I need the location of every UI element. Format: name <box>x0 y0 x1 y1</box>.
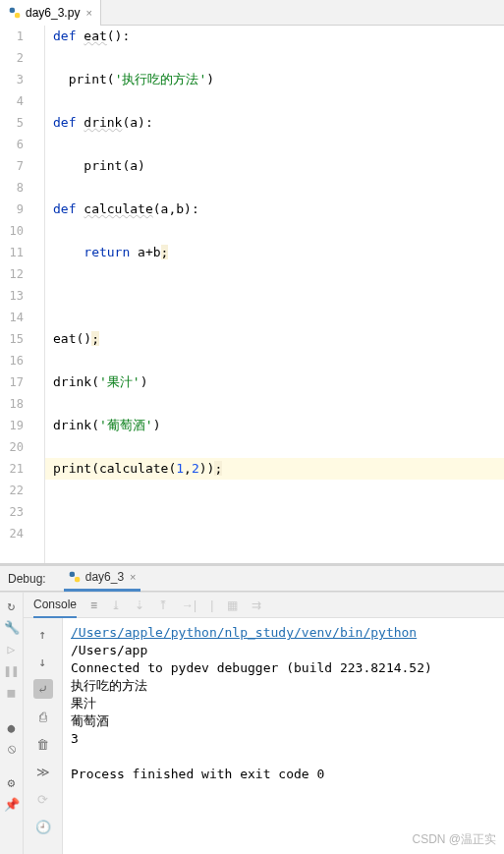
step-into-my-icon[interactable]: ⇣ <box>135 598 144 612</box>
resume-icon[interactable]: ▷ <box>3 640 21 657</box>
pause-icon[interactable]: ❚❚ <box>3 661 21 679</box>
svg-rect-3 <box>75 577 80 582</box>
fold-gutter <box>29 26 45 563</box>
history-icon[interactable]: 🕘 <box>33 817 53 836</box>
filters-icon[interactable]: ≫ <box>33 762 53 781</box>
pin-icon[interactable]: 📌 <box>3 795 21 813</box>
step-out-icon[interactable]: ⤒ <box>158 598 168 612</box>
close-tab-icon[interactable]: × <box>85 7 91 19</box>
line-number-gutter: 123456789101112131415161718192021222324 <box>0 26 29 563</box>
modify-run-config-icon[interactable]: 🔧 <box>3 618 21 636</box>
svg-rect-0 <box>10 7 15 12</box>
scroll-end-icon[interactable]: ⎙ <box>33 707 53 726</box>
svg-rect-1 <box>15 13 20 18</box>
debug-config-tab[interactable]: day6_3 × <box>64 566 140 592</box>
console-area: Console ≡ ⤓ ⇣ ⤒ →| | ▦ ⇉ ↑ ↓ ⤶ ⎙ 🗑 ≫ ⟳ 🕘… <box>24 593 504 854</box>
view-breakpoints-icon[interactable]: ● <box>3 718 21 736</box>
up-arrow-icon[interactable]: ↑ <box>33 624 53 644</box>
settings-icon[interactable]: ⚙ <box>3 773 21 791</box>
console-tab[interactable]: Console <box>33 593 77 618</box>
run-to-cursor-icon[interactable]: →| <box>182 598 196 612</box>
down-arrow-icon[interactable]: ↓ <box>33 652 53 671</box>
file-tab[interactable]: day6_3.py × <box>0 0 101 26</box>
debug-label: Debug: <box>8 572 46 586</box>
debug-config-name: day6_3 <box>85 570 124 584</box>
mute-breakpoints-icon[interactable]: ⦸ <box>3 740 21 758</box>
rerun-icon[interactable]: ↻ <box>3 597 21 614</box>
console-output[interactable]: /Users/apple/python/nlp_study/venv/bin/p… <box>63 618 504 854</box>
file-tab-label: day6_3.py <box>26 6 80 20</box>
code-editor[interactable]: 123456789101112131415161718192021222324 … <box>0 26 504 563</box>
svg-rect-2 <box>69 572 74 577</box>
python-icon <box>68 570 82 584</box>
debug-toolwindow-header: Debug: day6_3 × <box>0 566 504 592</box>
python-file-icon <box>8 6 22 20</box>
clear-icon[interactable]: 🗑 <box>33 734 53 754</box>
debug-panel: ↻ 🔧 ▷ ❚❚ ■ ● ⦸ ⚙ 📌 Console ≡ ⤓ ⇣ ⤒ →| | … <box>0 592 504 854</box>
console-left-toolbar: ↑ ↓ ⤶ ⎙ 🗑 ≫ ⟳ 🕘 <box>24 618 63 854</box>
close-debug-tab-icon[interactable]: × <box>130 571 136 583</box>
new-console-icon[interactable]: ⟳ <box>33 789 53 809</box>
step-over-icon[interactable]: ≡ <box>90 598 97 612</box>
evaluate-icon[interactable]: ▦ <box>227 598 238 612</box>
soft-wrap-icon[interactable]: ⤶ <box>33 679 53 699</box>
trace-icon[interactable]: ⇉ <box>252 598 261 612</box>
stop-icon[interactable]: ■ <box>3 683 21 701</box>
step-into-icon[interactable]: ⤓ <box>111 598 121 612</box>
debug-left-toolbar: ↻ 🔧 ▷ ❚❚ ■ ● ⦸ ⚙ 📌 <box>0 593 24 854</box>
code-area[interactable]: def eat(): print('执行吃的方法') def drink(a):… <box>45 26 504 563</box>
editor-tab-bar: day6_3.py × <box>0 0 504 26</box>
console-tab-bar: Console ≡ ⤓ ⇣ ⤒ →| | ▦ ⇉ <box>24 593 504 618</box>
